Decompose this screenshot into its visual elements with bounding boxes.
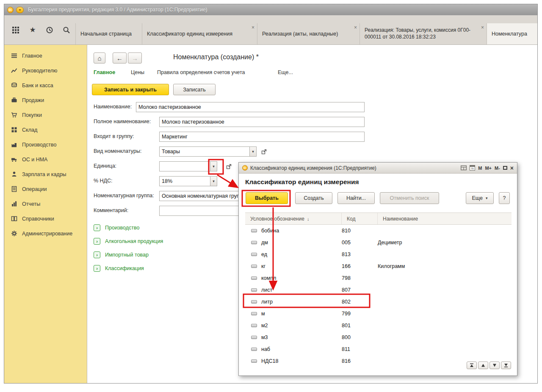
item-type-combo[interactable]: Товары ▾ xyxy=(159,146,257,157)
unit-row[interactable]: кг166Килограмм xyxy=(245,260,512,272)
form-tab-more[interactable]: Еще... xyxy=(278,69,293,75)
unit-open-button[interactable] xyxy=(225,163,232,170)
chevron-down-icon[interactable]: ▾ xyxy=(210,177,217,186)
unit-row[interactable]: м799 xyxy=(245,308,512,320)
vat-rate-combo[interactable]: 18% ▾ xyxy=(159,176,217,186)
unit-label: Единица: xyxy=(94,163,116,169)
sidebar-item-administration[interactable]: Администрирование xyxy=(4,226,87,241)
unit-combo[interactable]: ▾ xyxy=(159,161,217,171)
home-icon: ⌂ xyxy=(97,55,101,61)
sidebar-item-directories[interactable]: Справочники xyxy=(4,211,87,226)
chevron-down-icon[interactable]: ▾ xyxy=(210,162,217,171)
dialog-title: Классификатор единиц измерения (1С:Предп… xyxy=(250,165,458,171)
parent-group-input[interactable]: Маркетинг xyxy=(159,132,365,142)
help-button[interactable]: ? xyxy=(499,192,510,204)
section-import-link[interactable]: › Импортный товар xyxy=(94,251,149,258)
unit-row[interactable]: дм005Дециметр xyxy=(245,237,512,248)
sidebar-item-production[interactable]: Производство xyxy=(4,137,87,152)
sidebar-item-main[interactable]: Главное xyxy=(4,48,87,63)
font-scale-normal-button[interactable]: M xyxy=(478,166,482,171)
form-tab-account-rules[interactable]: Правила определения счетов учета xyxy=(157,69,245,75)
home-button[interactable]: ⌂ xyxy=(94,52,105,63)
font-scale-up-button[interactable]: M+ xyxy=(485,166,492,171)
create-button[interactable]: Создать xyxy=(295,192,332,204)
tab-label: Реализация (акты, накладные) xyxy=(262,31,338,37)
sidebar-item-label: Главное xyxy=(22,53,42,59)
col-name[interactable]: Наименование xyxy=(378,213,512,224)
favorites-button[interactable]: ★ xyxy=(28,25,37,35)
hamburger-icon xyxy=(11,52,17,59)
tab-nomenclature[interactable]: Номенклатура xyxy=(487,23,537,44)
sidebar-item-sales[interactable]: Продажи xyxy=(4,93,87,108)
search-button[interactable] xyxy=(62,25,71,35)
unit-icon xyxy=(251,359,257,363)
unit-row[interactable]: м3800 xyxy=(245,331,512,343)
unit-row[interactable]: м2801 xyxy=(245,320,512,331)
form-tab-main[interactable]: Главное xyxy=(94,69,115,75)
sidebar-item-bank-cash[interactable]: Банк и касса xyxy=(4,78,87,93)
unit-row-litr[interactable]: литр802 xyxy=(245,296,512,308)
section-production-link[interactable]: › Производство xyxy=(94,224,140,231)
forward-button[interactable]: → xyxy=(128,52,142,63)
sidebar-item-label: ОС и НМА xyxy=(22,157,47,163)
form-tab-prices[interactable]: Цены xyxy=(131,69,144,75)
name-input[interactable]: Молоко пастеризованное xyxy=(136,102,365,112)
sidebar-item-operations[interactable]: Операции xyxy=(4,182,87,196)
tab-sales-document[interactable]: Реализация: Товары, услуги, комиссия 0Г0… xyxy=(359,23,487,44)
list-begin-button[interactable] xyxy=(467,362,477,369)
sidebar-item-payroll-hr[interactable]: Зарплата и кадры xyxy=(4,167,87,182)
select-button[interactable]: Выбрать xyxy=(246,192,288,204)
sidebar-item-label: Отчеты xyxy=(22,201,40,207)
sidebar-item-label: Операции xyxy=(22,186,47,192)
chevron-down-icon[interactable]: ▾ xyxy=(249,147,256,156)
close-icon[interactable]: × xyxy=(481,25,484,31)
tab-sales-list[interactable]: Реализация (акты, накладные) × xyxy=(257,23,359,44)
section-classification-link[interactable]: › Классификация xyxy=(94,265,144,272)
open-link-icon xyxy=(226,164,232,169)
sidebar-item-manager[interactable]: Руководителю xyxy=(4,63,87,78)
save-close-button[interactable]: Записать и закрыть xyxy=(92,84,169,95)
section-alcohol-link[interactable]: › Алкогольная продукция xyxy=(94,238,163,245)
unit-row[interactable]: бобина810 xyxy=(245,225,512,237)
table-icon[interactable] xyxy=(461,165,467,171)
list-page-down-button[interactable] xyxy=(489,362,500,369)
more-button[interactable]: Еще ▾ xyxy=(466,192,494,204)
search-icon xyxy=(63,26,70,34)
col-symbol[interactable]: Условное обозначение ↓ xyxy=(245,213,342,224)
window-title: Бухгалтерия предприятия, редакция 3.0 / … xyxy=(28,7,207,13)
close-icon[interactable]: × xyxy=(510,165,514,171)
item-type-open-button[interactable] xyxy=(260,148,268,155)
unit-row[interactable]: ед813 xyxy=(245,248,512,260)
section-label: Импортный товар xyxy=(105,252,149,258)
history-button[interactable] xyxy=(45,25,54,35)
sidebar-item-label: Справочники xyxy=(22,216,54,222)
full-name-input[interactable]: Молоко пастеризованное xyxy=(159,117,365,127)
back-button[interactable]: ← xyxy=(113,52,127,63)
list-page-up-button[interactable] xyxy=(478,362,488,369)
font-scale-down-button[interactable]: M- xyxy=(495,166,500,171)
sidebar-item-warehouse[interactable]: Склад xyxy=(4,122,87,137)
sidebar-item-fixed-assets[interactable]: ОС и НМА xyxy=(4,152,87,167)
unit-icon xyxy=(251,253,257,256)
save-button[interactable]: Записать xyxy=(173,84,216,95)
maximize-icon[interactable] xyxy=(503,166,507,170)
unit-row[interactable]: лист807 xyxy=(245,284,512,296)
tab-label: Номенклатура xyxy=(492,31,527,37)
col-code[interactable]: Код xyxy=(342,213,378,224)
menu-grid-button[interactable] xyxy=(11,25,20,35)
tab-home-page[interactable]: Начальная страница xyxy=(75,23,142,44)
sidebar-item-label: Покупки xyxy=(22,112,42,118)
close-icon[interactable]: × xyxy=(252,25,254,30)
menu-grid-icon xyxy=(12,26,19,34)
sidebar-item-reports[interactable]: Отчеты xyxy=(4,196,87,211)
find-button[interactable]: Найти... xyxy=(337,192,375,204)
tab-label: Начальная страница xyxy=(80,31,132,37)
close-icon[interactable]: × xyxy=(354,25,357,30)
list-end-button[interactable] xyxy=(501,362,511,369)
unit-row[interactable]: наб811 xyxy=(245,343,512,355)
calendar-icon[interactable]: 31 xyxy=(470,165,475,171)
tab-units-classifier[interactable]: Классификатор единиц измерения × xyxy=(142,23,257,44)
window-menu-button[interactable]: ▾ xyxy=(16,7,24,13)
unit-row[interactable]: компл798 xyxy=(245,272,512,284)
sidebar-item-purchases[interactable]: Покупки xyxy=(4,108,87,122)
